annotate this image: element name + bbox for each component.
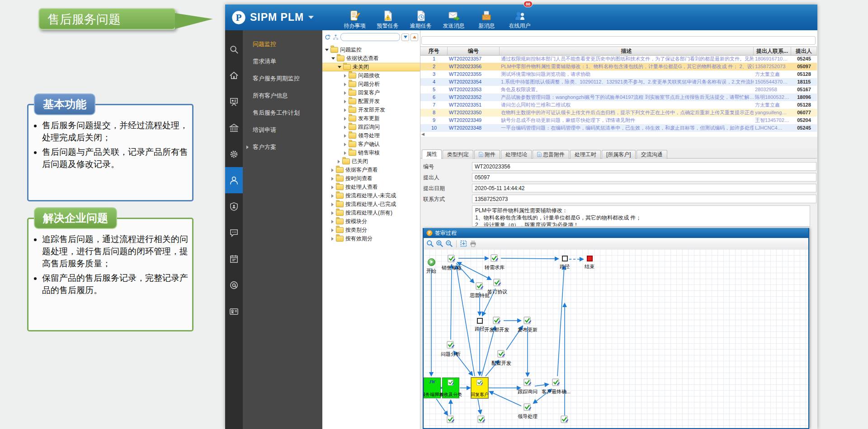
nav-card-icon[interactable] xyxy=(225,298,243,324)
flow-node-配置开发[interactable]: 配置开发 xyxy=(483,350,519,366)
tree-node-依据状态查看[interactable]: 依据状态查看 xyxy=(322,54,420,63)
zoom-in-icon[interactable] xyxy=(436,240,443,247)
tree-expand-icon[interactable] xyxy=(344,108,346,112)
table-row[interactable]: 2WT202023356PLM中零部件物料属性需要辅助修改：1、物料名称包含漆包… xyxy=(420,63,817,70)
tree-search-input[interactable] xyxy=(340,33,400,41)
nav-shield-icon[interactable] xyxy=(225,193,243,219)
column-header-4[interactable]: 提出人 xyxy=(791,47,817,55)
tab-交流沟通[interactable]: 交流沟通 xyxy=(637,150,667,159)
table-row[interactable]: 5WT202023353角色及权限设置。2803295805167 xyxy=(420,86,817,93)
tree-collapse-icon[interactable] xyxy=(325,49,329,51)
expand-arrow-icon[interactable] xyxy=(246,145,249,149)
menu-item-客户方案[interactable]: 客户方案 xyxy=(243,139,322,156)
column-header-0[interactable]: 序号 xyxy=(420,47,448,55)
tree-expand-icon[interactable] xyxy=(344,143,346,146)
tree-node-问题分析[interactable]: 问题分析 xyxy=(322,80,420,89)
nav-home-icon[interactable] xyxy=(225,62,243,89)
tree-node-开发部开发[interactable]: 开发部开发 xyxy=(322,106,420,114)
tree-node-跟踪询问[interactable]: 跟踪询问 xyxy=(322,123,420,131)
tab-处理结论[interactable]: 处理结论 xyxy=(501,150,532,159)
nav-head-icon[interactable] xyxy=(225,272,243,298)
tree-node-领导处理[interactable]: 领导处理 xyxy=(322,131,420,140)
tree-node-按流程处理人-未完成[interactable]: 按流程处理人-未完成 xyxy=(322,191,420,200)
tab-附件[interactable]: 附件 xyxy=(474,150,500,159)
tree-collapse-icon[interactable] xyxy=(338,66,341,68)
toolbar-inbox-button[interactable]: 新消息 xyxy=(470,10,503,30)
table-row[interactable]: 9WT202023349缺号分总成不自动更新问题，麻烦尽快处理下，详情请见附件王… xyxy=(420,117,817,124)
table-row[interactable]: 1WT202023357通过权限规则控制本部门人员不能查看变更历史中的图纸和技术… xyxy=(420,55,817,63)
menu-item-培训申请[interactable]: 培训申请 xyxy=(243,121,322,139)
description-textarea[interactable]: PLM中零部件物料属性需要辅助修改： 1、物料名称包含漆包线的，计量单位都是G，… xyxy=(472,205,810,227)
toolbar-todo-button[interactable]: 待办事项 xyxy=(338,10,371,30)
field-input-联系方式[interactable] xyxy=(472,195,816,203)
toolbar-late-button[interactable]: 逾期任务 xyxy=(404,10,437,30)
menu-item-售后服务工作计划[interactable]: 售后服务工作计划 xyxy=(243,104,322,121)
table-row[interactable]: 3WT202023355测试环境需增加问题浏览功能，请求协助方太董立鑫05128 xyxy=(420,70,817,78)
fit-view-icon[interactable] xyxy=(460,240,467,247)
flow-node-发布更新[interactable]: 发布更新 xyxy=(509,317,546,332)
column-header-3[interactable]: 提出人联系... xyxy=(754,47,791,55)
tree-expand-icon[interactable] xyxy=(344,126,346,129)
column-header-1[interactable]: 编号 xyxy=(448,47,500,55)
tab-处理工时[interactable]: 处理工时 xyxy=(570,150,601,159)
flow-node-领导处理[interactable]: 领导处理 xyxy=(509,403,546,419)
flow-node-问题分析[interactable]: 问题分析 xyxy=(433,341,469,357)
tree-node-回复客户[interactable]: 回复客户 xyxy=(322,89,420,97)
table-row[interactable]: 4WT2020233541.系统中待签图纸认领调整，除类、10290112、13… xyxy=(420,78,817,86)
tree-node-已关闭[interactable]: 已关闭 xyxy=(322,157,420,166)
tree-expand-icon[interactable] xyxy=(331,177,334,181)
nav-user-icon[interactable] xyxy=(225,167,243,193)
tree-node-按处理人查看[interactable]: 按处理人查看 xyxy=(322,183,420,191)
flow-node-转需求库[interactable]: 转需求库 xyxy=(476,254,513,270)
tree-expand-icon[interactable] xyxy=(331,211,334,215)
tree-node-依据客户查看[interactable]: 依据客户查看 xyxy=(322,166,420,174)
tree-expand-icon[interactable] xyxy=(331,237,334,241)
zoom-icon[interactable] xyxy=(426,240,434,247)
refresh-icon[interactable] xyxy=(324,34,331,41)
tree-expand-icon[interactable] xyxy=(344,83,346,86)
tree-expand-icon[interactable] xyxy=(344,151,346,155)
flow-window-titlebar[interactable]: 签审过程 xyxy=(424,228,808,238)
flow-node-销售审核[interactable]: 销售审核 xyxy=(434,255,470,270)
tree-expand-icon[interactable] xyxy=(331,168,334,172)
brand[interactable]: SIPM PLM xyxy=(231,10,338,25)
tree-node-配置开发[interactable]: 配置开发 xyxy=(322,97,420,106)
menu-item-问题监控[interactable]: 问题监控 xyxy=(243,36,322,53)
flow-diagram-canvas[interactable]: 开始销售审核转需求库路径结束思普特批签订协议路径开发部开发发布更新问题分析配置开… xyxy=(424,249,808,428)
nav-chat-icon[interactable] xyxy=(225,219,243,246)
tree-node-按流程处理人-已完成[interactable]: 按流程处理人-已完成 xyxy=(322,200,420,209)
tree-expand-icon[interactable] xyxy=(331,228,334,232)
toolbar-send-button[interactable]: 发送消息 xyxy=(437,10,470,30)
table-row[interactable]: 8WT202023350在物料主数据中的许可证认领卡上传文件后点击归档，提示下列… xyxy=(420,109,817,117)
table-row[interactable]: 10WT202023348一平台编码管理问题：在编码管理中，编码奖惩清单中，已生… xyxy=(420,124,817,132)
tree-node-按有效期分[interactable]: 按有效期分 xyxy=(322,234,420,243)
field-input-提出人[interactable] xyxy=(472,173,816,182)
org-structure-icon[interactable] xyxy=(332,34,339,41)
flow-node-服务端脚本[interactable]: JW服务端脚本 xyxy=(424,378,441,398)
menu-item-需求清单[interactable]: 需求清单 xyxy=(243,53,322,70)
tab-[所属客户][interactable]: [所属客户] xyxy=(602,150,636,159)
flow-node-客户最终确...[interactable]: 客户最终确... xyxy=(538,378,574,394)
nav-cal-icon[interactable] xyxy=(225,246,243,272)
tab-思普附件[interactable]: 思普附件 xyxy=(533,150,569,159)
tree-expand-icon[interactable] xyxy=(331,220,334,224)
tree-node-发布更新[interactable]: 发布更新 xyxy=(322,114,420,123)
tree-node-问题监控[interactable]: 问题监控 xyxy=(322,46,420,54)
field-input-提出日期[interactable] xyxy=(472,184,816,192)
flow-node-结束[interactable]: 结束 xyxy=(571,255,608,269)
nav-gear-icon[interactable] xyxy=(225,141,243,167)
chevron-down-icon[interactable] xyxy=(308,16,314,19)
tree-node-销售审核[interactable]: 销售审核 xyxy=(322,149,420,157)
toolbar-warn-button[interactable]: 预警任务 xyxy=(371,10,404,30)
table-row[interactable]: 7WT202023351请问怎么同时给三维和二维试权方太董立鑫05128 xyxy=(420,101,817,109)
tree-expand-icon[interactable] xyxy=(344,91,346,95)
flow-node-接收及分类[interactable]: 接收及分类 xyxy=(442,378,459,398)
flow-node-签订协议[interactable]: 签订协议 xyxy=(479,279,515,294)
tab-类型判定[interactable]: 类型判定 xyxy=(443,150,473,159)
tree-expand-icon[interactable] xyxy=(331,186,334,189)
tree-expand-icon[interactable] xyxy=(331,194,334,198)
tree-node-问题接收[interactable]: 问题接收 xyxy=(322,71,420,80)
tree-node-客户确认[interactable]: 客户确认 xyxy=(322,140,420,149)
tree-expand-icon[interactable] xyxy=(344,74,346,78)
tree-expand-icon[interactable] xyxy=(344,134,346,138)
